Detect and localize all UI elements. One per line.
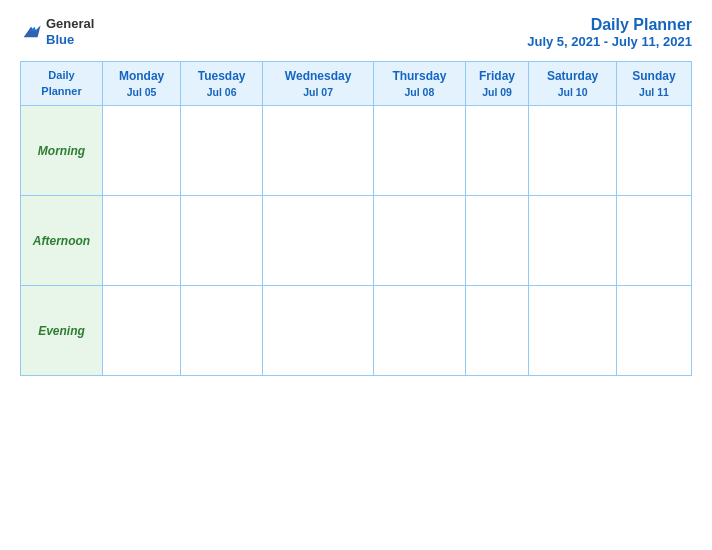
cell-afternoon-wednesday[interactable]	[263, 196, 374, 286]
table-header-monday: Monday Jul 05	[103, 62, 181, 106]
cell-evening-saturday[interactable]	[529, 286, 617, 376]
cell-evening-tuesday[interactable]	[181, 286, 263, 376]
table-row-morning: Morning	[21, 106, 692, 196]
cell-morning-friday[interactable]	[465, 106, 529, 196]
row-label-evening: Evening	[21, 286, 103, 376]
cell-evening-wednesday[interactable]	[263, 286, 374, 376]
table-row-afternoon: Afternoon	[21, 196, 692, 286]
cell-afternoon-thursday[interactable]	[374, 196, 466, 286]
table-header-sunday: Sunday Jul 11	[616, 62, 691, 106]
cell-morning-sunday[interactable]	[616, 106, 691, 196]
table-row-evening: Evening	[21, 286, 692, 376]
cell-afternoon-sunday[interactable]	[616, 196, 691, 286]
cell-evening-friday[interactable]	[465, 286, 529, 376]
table-header-saturday: Saturday Jul 10	[529, 62, 617, 106]
cell-afternoon-monday[interactable]	[103, 196, 181, 286]
cell-morning-tuesday[interactable]	[181, 106, 263, 196]
cell-evening-sunday[interactable]	[616, 286, 691, 376]
planner-table: Daily Planner Monday Jul 05 Tuesday Jul …	[20, 61, 692, 376]
cell-evening-monday[interactable]	[103, 286, 181, 376]
table-header-wednesday: Wednesday Jul 07	[263, 62, 374, 106]
cell-afternoon-tuesday[interactable]	[181, 196, 263, 286]
cell-morning-monday[interactable]	[103, 106, 181, 196]
header-title: Daily Planner	[527, 16, 692, 34]
cell-morning-saturday[interactable]	[529, 106, 617, 196]
table-header-thursday: Thursday Jul 08	[374, 62, 466, 106]
logo-text: GeneralBlue	[46, 16, 94, 47]
row-label-morning: Morning	[21, 106, 103, 196]
cell-evening-thursday[interactable]	[374, 286, 466, 376]
header: GeneralBlue Daily Planner July 5, 2021 -…	[20, 16, 692, 49]
cell-afternoon-saturday[interactable]	[529, 196, 617, 286]
bird-icon	[20, 21, 42, 43]
header-date-range: July 5, 2021 - July 11, 2021	[527, 34, 692, 49]
page: GeneralBlue Daily Planner July 5, 2021 -…	[0, 0, 712, 550]
table-header-friday: Friday Jul 09	[465, 62, 529, 106]
table-header-tuesday: Tuesday Jul 06	[181, 62, 263, 106]
row-label-afternoon: Afternoon	[21, 196, 103, 286]
cell-morning-thursday[interactable]	[374, 106, 466, 196]
logo: GeneralBlue	[20, 16, 94, 47]
cell-morning-wednesday[interactable]	[263, 106, 374, 196]
header-right: Daily Planner July 5, 2021 - July 11, 20…	[527, 16, 692, 49]
cell-afternoon-friday[interactable]	[465, 196, 529, 286]
header-row: Daily Planner Monday Jul 05 Tuesday Jul …	[21, 62, 692, 106]
table-header-label: Daily Planner	[21, 62, 103, 106]
